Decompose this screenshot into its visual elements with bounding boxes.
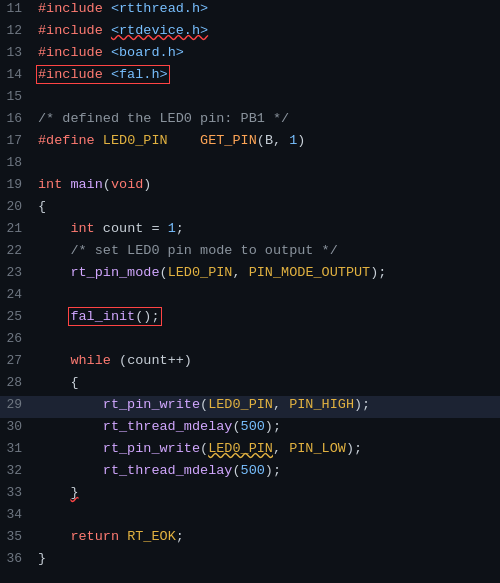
code-editor: 11 #include <rtthread.h> 12 #include <rt…: [0, 0, 500, 583]
code-line-15: 15: [0, 88, 500, 110]
code-line-22: 22 /* set LED0 pin mode to output */: [0, 242, 500, 264]
code-line-14: 14 #include <fal.h>: [0, 66, 500, 88]
code-line-19: 19 int main(void): [0, 176, 500, 198]
code-line-12: 12 #include <rtdevice.h>: [0, 22, 500, 44]
code-line-29: 29 rt_pin_write(LED0_PIN, PIN_HIGH);: [0, 396, 500, 418]
code-line-13: 13 #include <board.h>: [0, 44, 500, 66]
code-line-36: 36 }: [0, 550, 500, 572]
code-line-18: 18: [0, 154, 500, 176]
code-line-28: 28 {: [0, 374, 500, 396]
code-line-23: 23 rt_pin_mode(LED0_PIN, PIN_MODE_OUTPUT…: [0, 264, 500, 286]
code-line-24: 24: [0, 286, 500, 308]
code-line-11: 11 #include <rtthread.h>: [0, 0, 500, 22]
code-line-32: 32 rt_thread_mdelay(500);: [0, 462, 500, 484]
code-line-27: 27 while (count++): [0, 352, 500, 374]
code-line-35: 35 return RT_EOK;: [0, 528, 500, 550]
code-line-21: 21 int count = 1;: [0, 220, 500, 242]
code-line-30: 30 rt_thread_mdelay(500);: [0, 418, 500, 440]
code-line-26: 26: [0, 330, 500, 352]
code-line-25: 25 fal_init();: [0, 308, 500, 330]
code-line-33: 33 }: [0, 484, 500, 506]
code-line-16: 16 /* defined the LED0 pin: PB1 */: [0, 110, 500, 132]
code-line-17: 17 #define LED0_PIN GET_PIN(B, 1): [0, 132, 500, 154]
code-line-31: 31 rt_pin_write(LED0_PIN, PIN_LOW);: [0, 440, 500, 462]
code-line-20: 20 {: [0, 198, 500, 220]
code-line-34: 34: [0, 506, 500, 528]
